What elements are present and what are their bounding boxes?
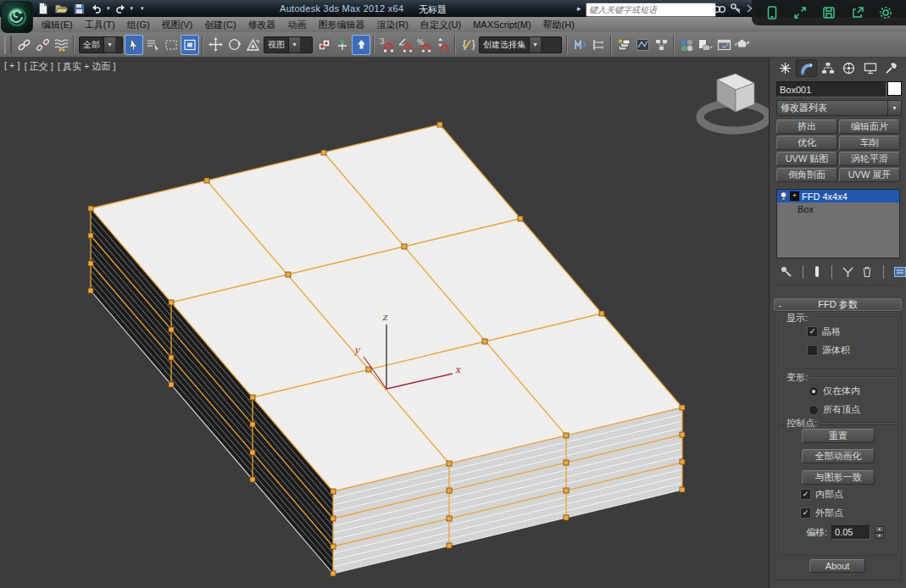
select-object-icon[interactable]: [125, 35, 143, 55]
unlink-selection-icon[interactable]: [33, 35, 52, 55]
save-file-icon[interactable]: [71, 2, 86, 15]
extrude-button[interactable]: 挤出: [776, 119, 837, 134]
rollout-resizer[interactable]: [776, 285, 900, 286]
outside-points-checkbox[interactable]: ✓: [800, 508, 811, 519]
menu-group[interactable]: 组(G): [121, 19, 156, 31]
menu-tools[interactable]: 工具(T): [79, 19, 121, 31]
source-volume-checkbox[interactable]: ✓: [807, 345, 818, 356]
schematic-view-icon[interactable]: [652, 35, 670, 55]
infocenter-flyout-icon[interactable]: ▸: [577, 4, 581, 13]
menu-edit[interactable]: 编辑(E): [36, 19, 79, 31]
render-setup-icon[interactable]: [696, 35, 714, 55]
window-crossing-toggle-icon[interactable]: [181, 35, 199, 55]
layer-manager-icon[interactable]: [614, 35, 633, 55]
viewport-pov-menu[interactable]: [ + ]: [4, 60, 20, 73]
viewport-canvas[interactable]: z x y: [0, 58, 769, 588]
only-in-volume-radio[interactable]: [809, 386, 819, 397]
tab-utilities-icon[interactable]: [881, 59, 902, 77]
select-by-name-icon[interactable]: [143, 35, 162, 55]
select-and-scale-icon[interactable]: [243, 35, 262, 55]
menu-help[interactable]: 帮助(H): [537, 19, 581, 31]
use-pivot-point-center-icon[interactable]: [314, 35, 333, 55]
lathe-button[interactable]: 车削: [839, 136, 900, 150]
ffd-rollout-header[interactable]: - FFD 参数: [774, 298, 902, 311]
infocenter-search-input[interactable]: [586, 3, 716, 17]
align-icon[interactable]: [589, 35, 608, 55]
stack-row-ffd[interactable]: + FFD 4x4x4: [777, 190, 899, 202]
redo-icon[interactable]: [113, 2, 128, 15]
pin-stack-icon[interactable]: [780, 265, 792, 278]
unwrap-uvw-button[interactable]: UVW 展开: [839, 168, 900, 182]
rendered-frame-window-icon[interactable]: [714, 35, 733, 55]
menu-customize[interactable]: 自定义(U): [414, 19, 467, 31]
tab-display-icon[interactable]: [859, 59, 881, 77]
open-file-icon[interactable]: [53, 2, 69, 15]
offset-value-field[interactable]: 0.05: [831, 525, 870, 540]
stack-row-box[interactable]: Box: [777, 202, 899, 215]
mirror-icon[interactable]: [570, 35, 589, 55]
about-button[interactable]: About: [809, 559, 865, 573]
viewport-view-menu[interactable]: [ 正交 ]: [25, 60, 53, 73]
save-capture-icon[interactable]: [820, 4, 837, 21]
application-menu-button[interactable]: [1, 1, 33, 33]
render-production-icon[interactable]: [733, 35, 752, 55]
bind-to-space-warp-icon[interactable]: [52, 35, 70, 55]
material-editor-icon[interactable]: [677, 35, 696, 55]
edit-named-selection-sets-icon[interactable]: {}: [459, 35, 477, 55]
undo-icon[interactable]: [89, 2, 104, 15]
animate-all-button[interactable]: 全部动画化: [802, 449, 875, 463]
tab-modify-icon[interactable]: [796, 59, 817, 77]
object-name-field[interactable]: [776, 81, 887, 97]
percent-snap-toggle-icon[interactable]: %: [414, 35, 433, 55]
menu-maxscript[interactable]: MAXScript(M): [467, 19, 536, 30]
turbosmooth-button[interactable]: 涡轮平滑: [839, 152, 900, 166]
keyboard-shortcut-override-icon[interactable]: [352, 35, 370, 55]
stack-expand-icon[interactable]: +: [790, 191, 799, 201]
tab-motion-icon[interactable]: [838, 59, 859, 77]
menu-graph-editors[interactable]: 图形编辑器: [313, 19, 371, 31]
viewport-shading-menu[interactable]: [ 真实 + 边面 ]: [58, 60, 116, 73]
infocenter-binoculars-icon[interactable]: [713, 3, 726, 14]
remove-modifier-icon[interactable]: [861, 265, 873, 278]
object-color-swatch[interactable]: [887, 81, 902, 96]
spinner-snap-toggle-icon[interactable]: [433, 35, 452, 55]
menu-views[interactable]: 视图(V): [156, 19, 199, 31]
make-unique-icon[interactable]: [842, 266, 854, 278]
tab-create-icon[interactable]: [775, 59, 796, 77]
select-and-move-icon[interactable]: [206, 35, 225, 55]
curve-editor-icon[interactable]: [633, 35, 652, 55]
visibility-bulb-icon[interactable]: [780, 191, 787, 201]
bevel-profile-button[interactable]: 倒角剖面: [776, 168, 837, 182]
menu-rendering[interactable]: 渲染(R): [371, 19, 414, 31]
share-icon[interactable]: [849, 4, 866, 21]
reference-coordinate-system-dropdown[interactable]: 视图 ▼: [264, 36, 313, 53]
select-and-manipulate-icon[interactable]: [333, 35, 352, 55]
fullscreen-icon[interactable]: [792, 4, 809, 21]
settings-gear-icon[interactable]: [877, 4, 894, 21]
device-frame-icon[interactable]: [764, 4, 781, 21]
reset-button[interactable]: 重置: [802, 429, 875, 443]
tab-hierarchy-icon[interactable]: [817, 59, 838, 77]
selection-filter-dropdown[interactable]: 全部 ▼: [79, 36, 123, 53]
undo-dropdown-icon[interactable]: ▾: [107, 2, 110, 15]
qat-customize-icon[interactable]: ▾: [141, 2, 144, 15]
show-end-result-icon[interactable]: [813, 265, 821, 278]
conform-to-shape-button[interactable]: 与图形一致: [802, 470, 875, 485]
configure-modifier-sets-icon[interactable]: [893, 266, 906, 278]
edit-patch-button[interactable]: 编辑面片: [839, 119, 900, 134]
menu-animation[interactable]: 动画: [282, 19, 313, 31]
viewcube[interactable]: [700, 74, 768, 130]
optimize-button[interactable]: 优化: [776, 136, 837, 150]
rectangular-selection-region-icon[interactable]: [162, 35, 181, 55]
snap-toggle-3d-icon[interactable]: 3: [377, 35, 396, 55]
menu-modifiers[interactable]: 修改器: [242, 19, 282, 31]
uvw-map-button[interactable]: UVW 贴图: [776, 152, 837, 166]
lattice-checkbox[interactable]: ✓: [807, 326, 818, 337]
redo-dropdown-icon[interactable]: ▾: [131, 2, 134, 15]
select-and-rotate-icon[interactable]: [225, 35, 243, 55]
select-and-link-icon[interactable]: [14, 35, 33, 55]
infocenter-key-icon[interactable]: [730, 3, 742, 14]
inside-points-checkbox[interactable]: ✓: [800, 489, 811, 500]
modifier-list-dropdown[interactable]: 修改器列表 ▼: [776, 100, 902, 116]
named-selection-sets-dropdown[interactable]: 创建选择集 ▼: [479, 36, 562, 53]
